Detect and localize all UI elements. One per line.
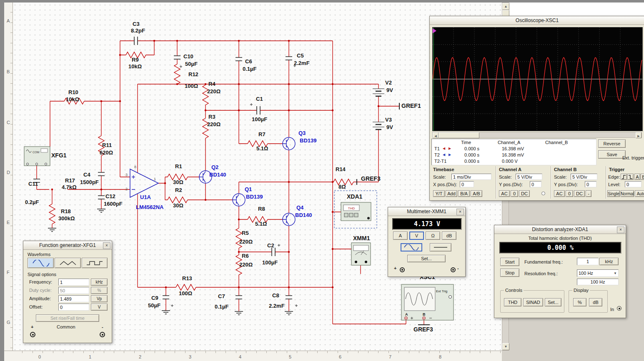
- sinad-button[interactable]: SINAD: [523, 298, 543, 306]
- amplitude-input[interactable]: 1.489: [58, 295, 89, 302]
- trigger-b-button[interactable]: B: [641, 174, 644, 180]
- channel-a-dc-button[interactable]: DC: [519, 190, 530, 197]
- oscilloscope-titlebar[interactable]: Oscilloscope-XSC1: [430, 16, 644, 25]
- percent-button[interactable]: %: [573, 298, 586, 306]
- trigger-level-input[interactable]: 0: [625, 181, 641, 187]
- funcgen-minus-terminal[interactable]: [100, 332, 105, 337]
- t1-right-icon[interactable]: ▶: [449, 147, 451, 150]
- channel-b-0-button[interactable]: 0: [566, 190, 573, 197]
- channel-b-scale-input[interactable]: 5 V/Div: [571, 174, 597, 180]
- t2-right-icon[interactable]: ▶: [449, 153, 451, 157]
- scroll-up-icon[interactable]: ▲: [502, 3, 509, 10]
- channel-b-minus-button[interactable]: -: [586, 190, 591, 197]
- funcgen-titlebar[interactable]: Function generator-XFG1 ×: [23, 241, 112, 250]
- scope-hscrollbar[interactable]: ◀ ▶: [432, 132, 642, 138]
- timebase-scale-input[interactable]: 1 ms/Div: [451, 174, 491, 180]
- trigger-single-button[interactable]: Single: [607, 190, 620, 197]
- channel-a-radio[interactable]: [541, 192, 545, 195]
- scroll-down-icon[interactable]: ▼: [502, 343, 509, 350]
- channel-a-ac-button[interactable]: AC: [499, 190, 510, 197]
- trigger-auto-button[interactable]: Auto: [635, 190, 644, 197]
- transistor-symbols[interactable]: [199, 137, 295, 226]
- set-rise-fall-button[interactable]: Set rise/Fall time: [36, 314, 99, 322]
- multimeter-panel[interactable]: Multimeter-XMM1 × 4.173 V A V Ω dB Set..…: [388, 207, 466, 277]
- yt-button[interactable]: Y/T: [433, 190, 445, 197]
- db-unit-button[interactable]: dB: [589, 298, 602, 306]
- duty-cycle-unit-button[interactable]: %: [91, 287, 108, 294]
- funcgen-icon[interactable]: COM: [24, 147, 50, 166]
- oscilloscope-icon[interactable]: Ext Trig A B: [401, 284, 454, 320]
- frequency-input[interactable]: 1: [58, 279, 89, 286]
- trigger-normal-button[interactable]: Normal: [621, 190, 634, 197]
- dropdown-arrow-icon[interactable]: ▼: [614, 271, 617, 275]
- thd-button[interactable]: THD: [504, 298, 521, 306]
- distortion-analyzer-panel[interactable]: Distortion analyzer-XDA1 × Total harmoni…: [494, 225, 626, 318]
- add-button[interactable]: Add: [446, 190, 457, 197]
- distortion-titlebar[interactable]: Distortion analyzer-XDA1 ×: [494, 225, 626, 234]
- stop-button[interactable]: Stop: [500, 269, 519, 277]
- offset-unit-button[interactable]: V: [91, 304, 108, 311]
- t2t1-time: 0.000 s: [464, 159, 479, 164]
- t1-left-icon[interactable]: ◀: [443, 147, 445, 150]
- fundamental-unit-box[interactable]: kHz: [599, 258, 619, 265]
- multimeter-icon[interactable]: [351, 243, 371, 265]
- resolution-freq-item[interactable]: 100 Hz: [577, 279, 619, 285]
- resolution-freq-select[interactable]: 100 Hz ▼: [577, 269, 619, 277]
- readout-col-time: Time: [461, 140, 471, 145]
- channel-a-scale-input[interactable]: 5 V/Div: [516, 174, 542, 180]
- multimeter-plus-label: +: [394, 266, 396, 271]
- duty-cycle-input[interactable]: 50: [58, 287, 89, 294]
- funcgen-plus-terminal[interactable]: [30, 332, 35, 337]
- t2-left-icon[interactable]: ◀: [443, 153, 445, 157]
- distortion-close-button[interactable]: ×: [617, 227, 624, 233]
- fundamental-freq-input[interactable]: 1: [577, 258, 599, 265]
- ab-button[interactable]: A/B: [471, 190, 482, 197]
- ohms-button[interactable]: Ω: [426, 232, 440, 240]
- channel-b-ac-button[interactable]: AC: [554, 190, 565, 197]
- dc-mode-button[interactable]: [430, 243, 451, 251]
- opamp-symbol[interactable]: 8 3 2 1: [125, 165, 158, 197]
- channel-a-0-button[interactable]: 0: [511, 190, 518, 197]
- rising-edge-icon[interactable]: [621, 174, 627, 180]
- falling-edge-icon[interactable]: [627, 174, 634, 180]
- offset-input[interactable]: 0: [58, 304, 89, 311]
- reverse-button[interactable]: Reverse: [598, 139, 626, 148]
- channel-b-dc-button[interactable]: DC: [574, 190, 585, 197]
- oscilloscope-panel[interactable]: Oscilloscope-XSC1 ◀ ▶ Time Channel_A Cha…: [429, 16, 644, 201]
- multimeter-set-button[interactable]: Set...: [407, 255, 446, 262]
- triangle-wave-button[interactable]: [55, 258, 81, 268]
- xda-set-button[interactable]: Set...: [545, 298, 561, 306]
- thd-icon-label: THD: [348, 207, 355, 210]
- multimeter-titlebar[interactable]: Multimeter-XMM1 ×: [388, 207, 465, 216]
- multimeter-plus-terminal[interactable]: [400, 267, 405, 272]
- scope-scroll-right-icon[interactable]: ▶: [636, 132, 641, 138]
- scope-scroll-thumb[interactable]: [439, 132, 479, 138]
- scope-scroll-left-icon[interactable]: ◀: [433, 132, 439, 138]
- frequency-label: Frequency:: [29, 279, 52, 284]
- multimeter-close-button[interactable]: ×: [456, 209, 464, 215]
- in-terminal[interactable]: [617, 306, 621, 311]
- function-generator-panel[interactable]: Function generator-XFG1 × Waveforms Sign…: [23, 241, 112, 343]
- scope-t1-marker[interactable]: [433, 28, 436, 33]
- sine-wave-button[interactable]: [28, 258, 54, 268]
- funcgen-close-button[interactable]: ×: [103, 242, 110, 249]
- save-button[interactable]: Save: [598, 150, 626, 159]
- multimeter-minus-label: -: [457, 266, 459, 271]
- db-button[interactable]: dB: [442, 232, 456, 240]
- trigger-a-button[interactable]: A: [634, 174, 640, 180]
- amplitude-label: Amplitude:: [29, 296, 51, 301]
- channel-a-scale-label: Scale:: [499, 174, 512, 179]
- channel-b-ypos-input[interactable]: 0: [585, 181, 596, 187]
- multimeter-minus-terminal[interactable]: [451, 267, 456, 272]
- volts-button[interactable]: V: [409, 232, 424, 240]
- square-wave-button[interactable]: [82, 258, 108, 268]
- start-button[interactable]: Start: [500, 258, 519, 266]
- channel-a-ypos-input[interactable]: 0: [530, 181, 541, 187]
- frequency-unit-button[interactable]: kHz: [91, 279, 108, 286]
- timebase-xpos-input[interactable]: 0: [460, 181, 474, 187]
- distortion-analyzer-icon[interactable]: THD: [334, 191, 377, 228]
- ac-mode-button[interactable]: [401, 243, 422, 251]
- ba-button[interactable]: B/A: [458, 190, 470, 197]
- amplitude-unit-button[interactable]: Vp: [91, 295, 108, 302]
- amps-button[interactable]: A: [393, 232, 408, 240]
